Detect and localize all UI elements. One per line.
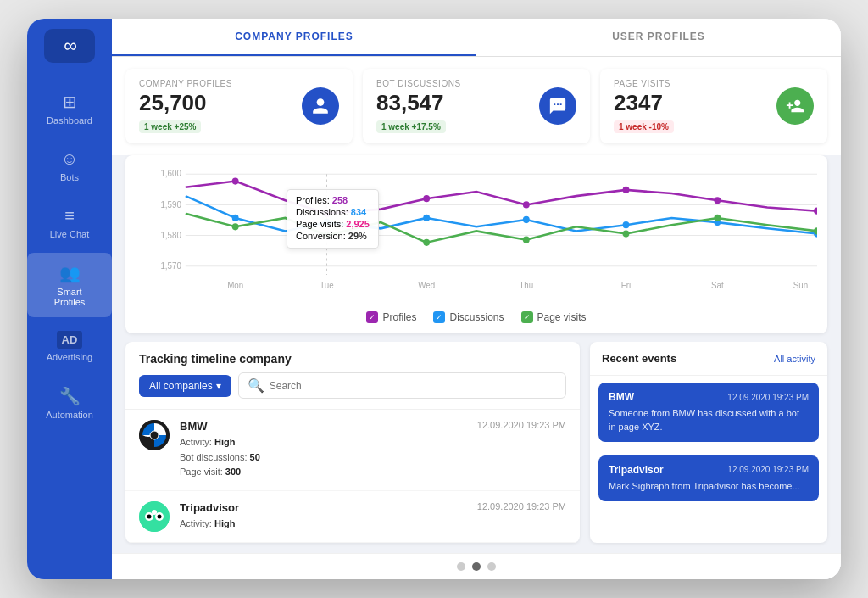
tab-user-profiles[interactable]: USER PROFILES	[476, 19, 841, 56]
svg-point-42	[147, 514, 152, 518]
tooltip-profiles: 258	[332, 195, 348, 205]
svg-text:Sat: Sat	[711, 280, 724, 289]
event-card-header: Tripadvisor 12.09.2020 19:23 PM	[609, 464, 809, 476]
bmw-name: BMW	[180, 420, 467, 433]
chart-tooltip: Profiles: 258 Discussions: 834 Page visi…	[287, 189, 379, 249]
company-list: BMW Activity: High Bot discussions: 50 P…	[125, 410, 580, 543]
main-content: COMPANY PROFILES USER PROFILES COMPANY P…	[112, 19, 841, 579]
livechat-icon: ≡	[64, 206, 75, 226]
tripadvisor-logo	[139, 501, 170, 532]
sidebar-item-advertising[interactable]: AD Advertising	[27, 321, 112, 372]
automation-icon: 🔧	[59, 386, 81, 406]
svg-point-25	[523, 216, 530, 223]
stat-icon-person	[302, 87, 339, 125]
event-card-bmw: BMW 12.09.2020 19:23 PM Someone from BMW…	[598, 383, 819, 442]
stat-icon-person-add	[776, 87, 814, 125]
svg-point-15	[232, 178, 239, 185]
legend-check-page-visits: ✓	[521, 311, 533, 323]
company-item-tripadvisor[interactable]: Tripadvisor Activity: High 12.09.2020 19…	[125, 491, 580, 543]
tracking-title: Tracking timeline company	[139, 352, 566, 366]
sidebar-item-bots[interactable]: ☺ Bots	[27, 139, 112, 193]
stat-icon-bot	[539, 87, 576, 125]
svg-point-33	[623, 230, 630, 237]
stat-bot-discussions: BOT DISCUSSIONS 83,547 1 week +17.5%	[363, 69, 590, 143]
svg-point-29	[232, 223, 239, 230]
event-company-tripadvisor: Tripadvisor	[609, 464, 664, 476]
sidebar-item-smart-profiles[interactable]: 👥 SmartProfiles	[27, 253, 112, 317]
stat-page-visits: PAGE VISITS 2347 1 week -10%	[600, 69, 827, 143]
bmw-detail: Activity: High Bot discussions: 50 Page …	[180, 435, 467, 480]
bmw-info: BMW Activity: High Bot discussions: 50 P…	[180, 420, 467, 480]
sidebar-item-label: SmartProfiles	[54, 287, 86, 307]
event-card-header: BMW 12.09.2020 19:23 PM	[609, 391, 809, 403]
svg-point-17	[423, 195, 430, 202]
chart-legend: ✓ Profiles ✓ Discussions ✓ Page visits	[136, 311, 817, 323]
event-card-tripadvisor: Tripadvisor 12.09.2020 19:23 PM Mark Sig…	[598, 455, 819, 501]
tracking-controls: All companies ▾ 🔍	[139, 372, 566, 399]
sidebar-item-label: Advertising	[47, 352, 92, 362]
legend-label-profiles: Profiles	[382, 311, 416, 323]
search-box: 🔍	[238, 372, 566, 399]
stat-badge: 1 week +17.5%	[376, 120, 446, 133]
sidebar-item-label: Bots	[60, 172, 79, 182]
sidebar-item-automation[interactable]: 🔧 Automation	[27, 376, 112, 430]
bmw-logo	[139, 420, 170, 450]
legend-label-discussions: Discussions	[449, 311, 504, 323]
tracking-panel: Tracking timeline company All companies …	[125, 342, 580, 543]
logo-icon: ∞	[64, 35, 75, 57]
sidebar-item-dashboard[interactable]: ⊞ Dashboard	[27, 81, 112, 136]
legend-discussions: ✓ Discussions	[433, 311, 504, 323]
stat-company-profiles: COMPANY PROFILES 25,700 1 week +25%	[125, 69, 353, 143]
sidebar-item-label: Live Chat	[50, 229, 89, 239]
pagination-dots	[112, 553, 841, 579]
bots-icon: ☺	[61, 149, 78, 169]
advertising-icon: AD	[57, 331, 83, 349]
app-frame: ∞ ⊞ Dashboard ☺ Bots ≡ Live Chat 👥 Smart…	[27, 19, 841, 579]
svg-point-34	[714, 215, 721, 221]
dashboard-icon: ⊞	[63, 92, 77, 112]
line-chart: 1,600 1,590 1,580 1,570 Mon Tue Wed Thu …	[136, 165, 817, 301]
company-item-bmw[interactable]: BMW Activity: High Bot discussions: 50 P…	[125, 410, 580, 491]
legend-check-discussions: ✓	[433, 311, 445, 323]
svg-point-43	[158, 514, 162, 518]
events-header: Recent events All activity	[590, 342, 827, 376]
legend-label-page-visits: Page visits	[537, 311, 587, 323]
events-title: Recent events	[602, 352, 676, 365]
sidebar-item-label: Dashboard	[47, 115, 92, 126]
svg-point-32	[523, 237, 530, 243]
event-time-tripadvisor: 12.09.2020 19:23 PM	[727, 465, 809, 474]
search-input[interactable]	[270, 380, 557, 392]
pagination-dot-1[interactable]	[457, 562, 465, 571]
stat-value: 2347	[614, 90, 674, 116]
stat-value: 83,547	[376, 90, 461, 116]
tab-company-profiles[interactable]: COMPANY PROFILES	[112, 19, 476, 56]
svg-text:Sun: Sun	[793, 280, 808, 289]
svg-text:Fri: Fri	[621, 280, 631, 289]
svg-point-18	[523, 201, 530, 208]
event-text-bmw: Someone from BMW has discussed with a bo…	[609, 407, 809, 433]
pagination-dot-3[interactable]	[487, 562, 496, 571]
logo: ∞	[44, 29, 95, 63]
stat-value: 25,700	[139, 90, 232, 116]
search-icon: 🔍	[248, 377, 264, 394]
all-companies-dropdown[interactable]: All companies ▾	[139, 375, 231, 397]
legend-page-visits: ✓ Page visits	[521, 311, 587, 323]
event-text-tripadvisor: Mark Sighraph from Tripadvisor has becom…	[609, 480, 809, 493]
stat-label: BOT DISCUSSIONS	[376, 79, 461, 88]
legend-check-profiles: ✓	[366, 311, 378, 323]
svg-point-22	[232, 215, 239, 221]
pagination-dot-2[interactable]	[472, 562, 481, 571]
svg-text:1,580: 1,580	[160, 231, 181, 240]
sidebar-item-livechat[interactable]: ≡ Live Chat	[27, 196, 112, 249]
svg-point-39	[139, 501, 170, 532]
svg-point-21	[814, 208, 817, 215]
svg-point-24	[423, 215, 430, 221]
svg-text:1,570: 1,570	[160, 261, 181, 271]
svg-text:Thu: Thu	[519, 280, 533, 289]
svg-text:1,600: 1,600	[160, 169, 181, 178]
stats-row: COMPANY PROFILES 25,700 1 week +25% BOT …	[112, 57, 841, 155]
all-activity-link[interactable]: All activity	[774, 354, 815, 364]
svg-point-20	[714, 197, 721, 204]
header-tabs: COMPANY PROFILES USER PROFILES	[112, 19, 841, 57]
bottom-section: Tracking timeline company All companies …	[112, 342, 841, 553]
